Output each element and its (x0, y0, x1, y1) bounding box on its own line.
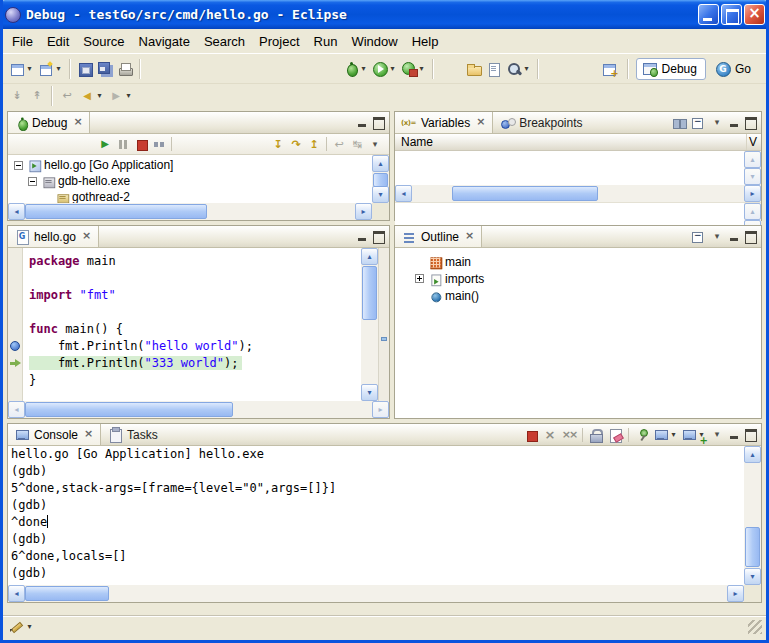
tab-breakpoints[interactable]: Breakpoints (493, 112, 588, 133)
maximize-view-button[interactable] (371, 115, 386, 130)
console-output[interactable]: hello.go [Go Application] hello.exe (gdb… (8, 446, 744, 585)
step-into-button[interactable] (269, 135, 287, 154)
code-line[interactable] (29, 304, 361, 321)
scroll-down-button[interactable] (361, 384, 378, 401)
vertical-scrollbar[interactable] (744, 151, 761, 185)
debug-tree[interactable]: hello.go [Go Application]gdb-hello.exego… (8, 155, 372, 203)
menu-run[interactable]: Run (307, 31, 345, 52)
close-tab-icon[interactable] (73, 117, 83, 129)
view-menu-button[interactable] (708, 113, 726, 132)
use-step-filters-button[interactable] (348, 135, 366, 154)
outline-item[interactable]: imports (395, 270, 761, 287)
menu-window[interactable]: Window (344, 31, 404, 52)
maximize-view-button[interactable] (743, 427, 758, 442)
scrollbar-thumb[interactable] (452, 186, 598, 201)
tree-expander-icon[interactable] (14, 161, 23, 170)
menu-navigate[interactable]: Navigate (132, 31, 197, 52)
scrollbar-thumb[interactable] (25, 402, 233, 417)
view-menu-button[interactable] (366, 135, 384, 154)
debug-tree-item[interactable]: hello.go [Go Application] (8, 157, 372, 173)
scroll-left-button[interactable] (8, 585, 25, 602)
maximize-view-button[interactable] (743, 115, 758, 130)
scroll-left-button[interactable] (8, 203, 25, 220)
collapse-all-button[interactable] (689, 227, 707, 246)
perspective-debug-button[interactable]: Debug (636, 58, 706, 80)
close-tab-icon[interactable] (476, 117, 486, 129)
horizontal-scrollbar[interactable] (8, 401, 389, 418)
scroll-up-button[interactable] (744, 203, 761, 220)
code-line[interactable]: package main (29, 253, 361, 270)
menu-file[interactable]: File (5, 31, 40, 52)
dropdown-arrow-icon[interactable] (25, 622, 34, 631)
remove-all-terminated-button[interactable] (560, 425, 578, 444)
step-over-button[interactable] (287, 135, 305, 154)
dropdown-arrow-icon[interactable] (95, 91, 104, 100)
dropdown-arrow-icon[interactable] (522, 64, 531, 73)
window-resize-grip[interactable] (748, 620, 762, 634)
scrollbar-thumb[interactable] (362, 266, 377, 320)
scrollbar-track[interactable] (372, 172, 389, 186)
scroll-down-button[interactable] (744, 568, 761, 585)
menu-project[interactable]: Project (252, 31, 306, 52)
maximize-view-button[interactable] (371, 229, 386, 244)
scroll-up-button[interactable] (372, 155, 389, 172)
menu-edit[interactable]: Edit (40, 31, 76, 52)
disconnect-button[interactable] (150, 135, 168, 154)
scrollbar-track[interactable] (412, 185, 744, 202)
dropdown-arrow-icon[interactable] (417, 64, 426, 73)
close-tab-icon[interactable] (84, 429, 94, 441)
minimize-view-button[interactable] (727, 229, 742, 244)
scroll-left-button[interactable] (8, 401, 25, 418)
variables-column-headers[interactable]: Name V (395, 134, 761, 151)
menu-help[interactable]: Help (405, 31, 446, 52)
step-return-button[interactable] (305, 135, 323, 154)
remove-launch-button[interactable] (541, 425, 559, 444)
editor-annotation-ruler[interactable] (8, 248, 23, 401)
suspend-button[interactable] (114, 135, 132, 154)
minimize-view-button[interactable] (355, 115, 370, 130)
scroll-right-button[interactable] (355, 203, 372, 220)
last-edit-location-button[interactable] (57, 84, 77, 108)
scroll-down-button[interactable] (372, 186, 389, 203)
scroll-right-button[interactable] (372, 401, 389, 418)
display-selected-console-button[interactable] (652, 425, 679, 444)
debug-tree-item[interactable]: gdb-hello.exe (8, 173, 372, 189)
open-perspective-button[interactable] (600, 57, 620, 81)
code-line[interactable]: import "fmt" (29, 287, 361, 304)
column-name[interactable]: Name (395, 134, 747, 150)
scroll-up-button[interactable] (361, 248, 378, 265)
column-value[interactable]: V (747, 134, 761, 150)
search-button[interactable] (504, 57, 533, 81)
editor-overview-ruler[interactable] (378, 248, 389, 401)
view-menu-button[interactable] (708, 227, 726, 246)
tab-tasks[interactable]: Tasks (101, 424, 164, 445)
pin-console-button[interactable] (633, 425, 651, 444)
scroll-down-button[interactable] (744, 168, 761, 185)
drop-to-frame-button[interactable] (330, 135, 348, 154)
code-line[interactable]: func main() { (29, 321, 361, 338)
scrollbar-track[interactable] (25, 401, 372, 418)
save-all-button[interactable] (95, 57, 115, 81)
breakpoint-icon[interactable] (10, 341, 20, 351)
scrollbar-thumb[interactable] (745, 527, 760, 567)
fast-view-bar-button[interactable] (7, 617, 36, 637)
scroll-up-button[interactable] (744, 151, 761, 168)
vertical-scrollbar[interactable] (744, 446, 761, 585)
vertical-scrollbar[interactable] (361, 248, 378, 401)
save-button[interactable] (75, 57, 95, 81)
terminate-button[interactable] (522, 425, 540, 444)
maximize-view-button[interactable] (743, 229, 758, 244)
next-annotation-button[interactable] (7, 84, 27, 108)
editor-code-area[interactable]: package mainimport "fmt"func main() { fm… (23, 248, 361, 401)
minimize-view-button[interactable] (727, 115, 742, 130)
debug-button[interactable] (341, 57, 370, 81)
scrollbar-track[interactable] (25, 585, 727, 602)
code-line[interactable]: fmt.Println("333 world"); (29, 355, 361, 372)
menu-source[interactable]: Source (76, 31, 131, 52)
open-folder-button[interactable] (464, 57, 484, 81)
menu-search[interactable]: Search (197, 31, 252, 52)
prev-annotation-button[interactable] (27, 84, 47, 108)
scrollbar-thumb[interactable] (373, 173, 388, 187)
horizontal-scrollbar[interactable] (8, 203, 372, 220)
overview-annotation-icon[interactable] (381, 337, 387, 341)
